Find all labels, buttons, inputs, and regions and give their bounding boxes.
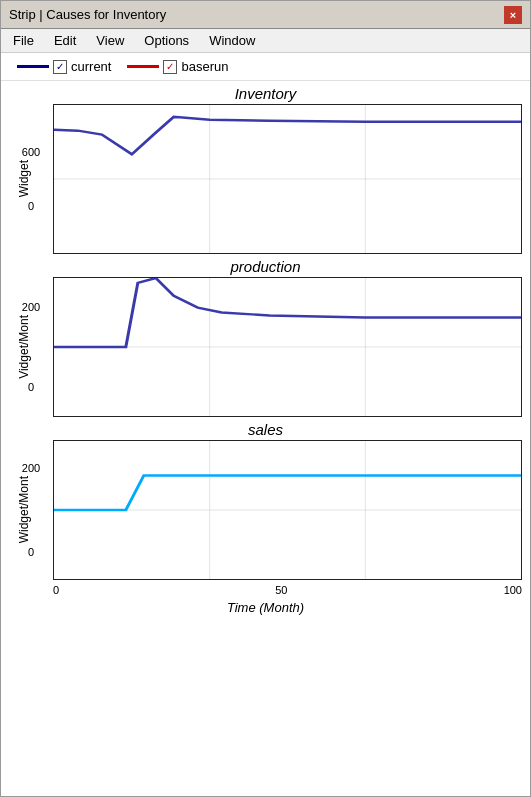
window-title: Strip | Causes for Inventory [9,7,166,22]
chart-inventory-canvas [53,104,522,254]
chart-sales: sales 200 Widget/Mont 0 [1,421,530,580]
x-axis-title: Time (Month) [1,600,530,615]
legend-baserun: baserun [127,59,228,74]
chart-sales-title: sales [248,421,283,438]
y-zero-sales: 0 [28,546,34,558]
menu-bar: File Edit View Options Window [1,29,530,53]
menu-options[interactable]: Options [140,32,193,49]
close-button[interactable]: × [504,6,522,24]
chart-inventory: Inventory 600 Widget 0 [1,85,530,254]
chart-production-row: 200 Vidget/Mont 0 [1,277,530,417]
chart-inventory-title: Inventory [235,85,297,102]
charts-area: Inventory 600 Widget 0 [1,81,530,796]
baserun-checkbox[interactable] [163,60,177,74]
menu-edit[interactable]: Edit [50,32,80,49]
y-max-sales: 200 [22,462,40,474]
menu-file[interactable]: File [9,32,38,49]
title-bar: Strip | Causes for Inventory × [1,1,530,29]
x-axis-labels: 0 50 100 [1,584,530,596]
y-zero-inventory: 0 [28,200,34,212]
x-label-50: 50 [275,584,287,596]
y-label-production: Vidget/Mont [17,315,45,379]
legend-current: current [17,59,111,74]
chart-production-title: production [230,258,300,275]
chart-production: production 200 Vidget/Mont 0 [1,258,530,417]
x-label-100: 100 [504,584,522,596]
main-window: Strip | Causes for Inventory × File Edit… [0,0,531,797]
chart-production-canvas [53,277,522,417]
chart-sales-row: 200 Widget/Mont 0 [1,440,530,580]
baserun-label: baserun [181,59,228,74]
y-label-sales: Widget/Mont [17,476,45,543]
x-label-0: 0 [53,584,59,596]
chart-inventory-row: 600 Widget 0 [1,104,530,254]
y-zero-production: 0 [28,381,34,393]
current-label: current [71,59,111,74]
baserun-line [127,65,159,68]
current-checkbox[interactable] [53,60,67,74]
menu-window[interactable]: Window [205,32,259,49]
chart-sales-canvas [53,440,522,580]
current-line [17,65,49,68]
legend: current baserun [1,53,530,81]
y-max-production: 200 [22,301,40,313]
y-max-inventory: 600 [22,146,40,158]
y-label-inventory: Widget [17,160,45,197]
menu-view[interactable]: View [92,32,128,49]
